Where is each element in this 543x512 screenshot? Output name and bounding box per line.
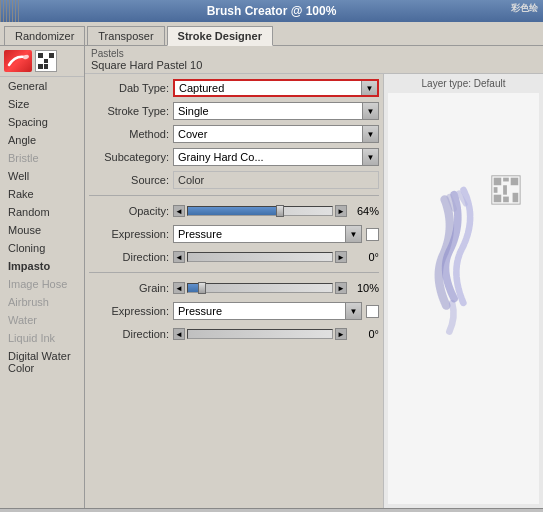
app-title: Brush Creator @ 100%: [207, 4, 337, 18]
sidebar-item-liquid-ink: Liquid Ink: [0, 329, 84, 347]
source-row: Source: Color: [89, 170, 379, 190]
opacity-expression-value: Pressure: [174, 228, 345, 240]
grain-thumb[interactable]: [198, 282, 206, 294]
sidebar-item-image-hose: Image Hose: [0, 275, 84, 293]
dab-type-dropdown[interactable]: Captured ▼: [173, 79, 379, 97]
brush-qr-icon: [35, 50, 57, 72]
source-label: Source:: [89, 174, 169, 186]
tab-bar: Randomizer Transposer Stroke Designer: [0, 22, 543, 46]
opacity-direction-value: 0°: [349, 251, 379, 263]
grain-slider-container: ◄ ► 10%: [173, 282, 379, 294]
opacity-value: 64%: [349, 205, 379, 217]
grain-dir-track[interactable]: [187, 329, 333, 339]
grain-left-arrow[interactable]: ◄: [173, 282, 185, 294]
grain-row: Grain: ◄ ► 10%: [89, 278, 379, 298]
sidebar-item-water: Water: [0, 311, 84, 329]
dab-type-arrow[interactable]: ▼: [361, 81, 377, 95]
svg-point-0: [22, 54, 29, 60]
opacity-row: Opacity: ◄ ► 64%: [89, 201, 379, 221]
method-value: Cover: [174, 128, 362, 140]
sidebar-item-angle[interactable]: Angle: [0, 131, 84, 149]
stroke-type-row: Stroke Type: Single ▼: [89, 101, 379, 121]
opacity-label: Opacity:: [89, 205, 169, 217]
grain-expression-checkbox[interactable]: [366, 305, 379, 318]
stroke-type-dropdown[interactable]: Single ▼: [173, 102, 379, 120]
subcategory-row: Subcategory: Grainy Hard Co... ▼: [89, 147, 379, 167]
brush-name-header: Pastels Square Hard Pastel 10: [85, 46, 543, 74]
grain-expression-arrow[interactable]: ▼: [345, 303, 361, 319]
sidebar-item-random[interactable]: Random: [0, 203, 84, 221]
separator-1: [89, 195, 379, 196]
subcategory-dropdown[interactable]: Grainy Hard Co... ▼: [173, 148, 379, 166]
opacity-track[interactable]: [187, 206, 333, 216]
tab-transposer[interactable]: Transposer: [87, 26, 164, 45]
opacity-expression-checkbox[interactable]: [366, 228, 379, 241]
sidebar-item-mouse[interactable]: Mouse: [0, 221, 84, 239]
opacity-dir-track[interactable]: [187, 252, 333, 262]
grain-expression-dropdown[interactable]: Pressure ▼: [173, 302, 362, 320]
subcategory-arrow[interactable]: ▼: [362, 149, 378, 165]
sidebar-item-impasto[interactable]: Impasto: [0, 257, 84, 275]
sidebar-item-general[interactable]: General: [0, 77, 84, 95]
tab-stroke-designer[interactable]: Stroke Designer: [167, 26, 273, 46]
grain-direction-row: Direction: ◄ ► 0°: [89, 324, 379, 344]
brush-icon-area: [0, 46, 84, 77]
grain-right-arrow[interactable]: ►: [335, 282, 347, 294]
sidebar-item-cloning[interactable]: Cloning: [0, 239, 84, 257]
opacity-direction-label: Direction:: [89, 251, 169, 263]
grain-expression-value: Pressure: [174, 305, 345, 317]
method-label: Method:: [89, 128, 169, 140]
opacity-thumb[interactable]: [276, 205, 284, 217]
sidebar-item-bristle: Bristle: [0, 149, 84, 167]
right-panel: Pastels Square Hard Pastel 10 Dab Type: …: [85, 46, 543, 508]
subcategory-label: Subcategory:: [89, 151, 169, 163]
grain-dir-left[interactable]: ◄: [173, 328, 185, 340]
svg-rect-9: [513, 193, 519, 202]
grain-dir-right[interactable]: ►: [335, 328, 347, 340]
stroke-type-arrow[interactable]: ▼: [362, 103, 378, 119]
opacity-dir-right[interactable]: ►: [335, 251, 347, 263]
brush-preview-svg: [388, 93, 539, 504]
opacity-expression-label: Expression:: [89, 228, 169, 240]
opacity-slider-container: ◄ ► 64%: [173, 205, 379, 217]
main-content: General Size Spacing Angle Bristle Well …: [0, 46, 543, 508]
grain-label: Grain:: [89, 282, 169, 294]
title-bar-logo: 彩色绘: [511, 2, 538, 15]
brush-red-icon: [4, 50, 32, 72]
sidebar-item-size[interactable]: Size: [0, 95, 84, 113]
stroke-type-value: Single: [174, 105, 362, 117]
subcategory-value: Grainy Hard Co...: [174, 151, 362, 163]
opacity-expression-dropdown[interactable]: Pressure ▼: [173, 225, 362, 243]
opacity-expression-row: Expression: Pressure ▼: [89, 224, 379, 244]
sidebar-item-airbrush: Airbrush: [0, 293, 84, 311]
method-dropdown[interactable]: Cover ▼: [173, 125, 379, 143]
grain-direction-label: Direction:: [89, 328, 169, 340]
sidebar-item-well[interactable]: Well: [0, 167, 84, 185]
svg-rect-5: [494, 187, 498, 193]
opacity-expression-arrow[interactable]: ▼: [345, 226, 361, 242]
sidebar-item-spacing[interactable]: Spacing: [0, 113, 84, 131]
dab-type-label: Dab Type:: [89, 82, 169, 94]
bottom-strip: 绿茶软件园 www.33lc.com: [0, 508, 543, 512]
sidebar-item-rake[interactable]: Rake: [0, 185, 84, 203]
opacity-right-arrow[interactable]: ►: [335, 205, 347, 217]
layer-type-label: Layer type: Default: [422, 78, 506, 89]
controls-area: Dab Type: Captured ▼ Stroke Type: Single…: [85, 74, 543, 508]
title-bar-grip: [0, 0, 20, 22]
brush-category: Pastels: [91, 48, 537, 59]
opacity-fill: [188, 207, 280, 215]
method-arrow[interactable]: ▼: [362, 126, 378, 142]
dab-type-value: Captured: [175, 82, 361, 94]
opacity-dir-left[interactable]: ◄: [173, 251, 185, 263]
dab-type-row: Dab Type: Captured ▼: [89, 78, 379, 98]
sidebar-item-digital-water-color[interactable]: Digital Water Color: [0, 347, 84, 377]
tab-randomizer[interactable]: Randomizer: [4, 26, 85, 45]
grain-track[interactable]: [187, 283, 333, 293]
svg-rect-3: [503, 178, 509, 182]
source-value: Color: [173, 171, 379, 189]
svg-rect-8: [503, 197, 509, 203]
grain-fill: [188, 284, 202, 292]
opacity-left-arrow[interactable]: ◄: [173, 205, 185, 217]
controls-left: Dab Type: Captured ▼ Stroke Type: Single…: [85, 74, 383, 508]
svg-rect-2: [494, 178, 502, 186]
